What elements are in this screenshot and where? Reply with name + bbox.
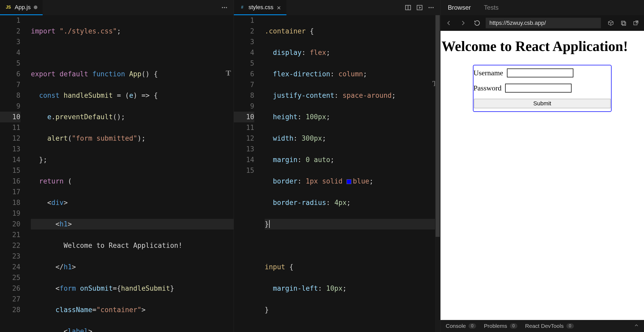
code-mid[interactable]: .container { display: flex; flex-directi… [265, 15, 440, 332]
preview-form: Username Password Submit [473, 65, 612, 112]
preview-pane: Browser Tests [440, 0, 644, 332]
console-tab-label: Console [446, 323, 466, 329]
tab-appjs[interactable]: JS App.js [0, 0, 43, 15]
svg-rect-5 [417, 5, 422, 10]
tabbar-mid-actions [404, 4, 440, 12]
unsaved-dot-icon [34, 5, 37, 9]
problems-badge: 0 [510, 323, 517, 329]
editor-pane-appjs: JS App.js 1234 5678 9101112 13141516 171… [0, 0, 234, 332]
devtools-badge: 0 [566, 323, 574, 329]
code-left[interactable]: import "./styles.css"; export default fu… [31, 15, 234, 332]
new-window-icon[interactable] [618, 18, 629, 28]
reload-icon[interactable] [471, 17, 483, 29]
open-preview-icon[interactable] [416, 4, 423, 12]
svg-rect-11 [622, 21, 625, 25]
editor-pane-css: # styles.css 1234 5678 [234, 0, 440, 332]
close-icon[interactable] [276, 5, 281, 10]
password-label-text: Password [473, 84, 501, 92]
js-file-icon: JS [5, 4, 12, 10]
scrollbar-thumb[interactable] [436, 15, 440, 237]
cursor-caret-icon [269, 220, 270, 228]
gutter-mid: 1234 5678 9101112 131415 [234, 15, 265, 332]
tab-browser[interactable]: Browser [448, 4, 471, 11]
address-bar-row [440, 15, 644, 31]
svg-point-2 [226, 7, 227, 8]
tab-stylescss[interactable]: # styles.css [234, 0, 286, 15]
editor-left[interactable]: 1234 5678 9101112 13141516 17181920 2122… [0, 15, 234, 332]
nav-back-icon[interactable] [443, 17, 455, 29]
minimap-glyph-icon: T [226, 67, 231, 78]
gutter-left: 1234 5678 9101112 13141516 17181920 2122… [0, 15, 31, 332]
console-bar: Console 0 Problems 0 React DevTools 0 [440, 320, 644, 332]
console-badge: 0 [468, 323, 476, 329]
submit-button[interactable]: Submit [474, 99, 611, 108]
more-actions-icon[interactable] [221, 4, 228, 12]
svg-point-1 [224, 7, 225, 8]
more-actions-icon[interactable] [427, 4, 435, 12]
right-tabs: Browser Tests [440, 0, 644, 15]
devtools-tab-label: React DevTools [525, 323, 564, 329]
password-input[interactable] [505, 84, 572, 93]
password-label: Password [473, 84, 611, 93]
tab-stylescss-label: styles.css [248, 4, 273, 11]
username-input[interactable] [507, 68, 573, 77]
tabbar-left: JS App.js [0, 0, 234, 15]
svg-point-8 [432, 7, 433, 8]
svg-point-6 [428, 7, 430, 8]
nav-forward-icon[interactable] [457, 17, 469, 29]
svg-rect-12 [622, 22, 626, 25]
username-label-text: Username [473, 69, 503, 77]
split-editor-icon[interactable] [404, 4, 412, 12]
problems-tab-label: Problems [484, 323, 507, 329]
svg-point-0 [222, 7, 223, 8]
tab-tests[interactable]: Tests [484, 4, 499, 11]
devtools-tab[interactable]: React DevTools 0 [525, 323, 574, 329]
svg-point-7 [431, 7, 432, 8]
codesandbox-icon[interactable] [605, 18, 616, 28]
editor-mid[interactable]: 1234 5678 9101112 131415 .container { di… [234, 15, 440, 332]
chevron-up-icon[interactable] [634, 323, 639, 329]
open-external-icon[interactable] [630, 18, 641, 28]
console-tab[interactable]: Console 0 [446, 323, 476, 329]
browser-preview[interactable]: Welcome to React Application! Username P… [440, 31, 644, 320]
address-input[interactable] [485, 18, 601, 28]
problems-tab[interactable]: Problems 0 [484, 323, 517, 329]
preview-heading: Welcome to React Application! [442, 38, 643, 54]
app-root: JS App.js 1234 5678 9101112 13141516 171… [0, 0, 644, 332]
tabbar-mid: # styles.css [234, 0, 440, 15]
color-swatch-icon [347, 179, 351, 184]
tab-appjs-label: App.js [15, 4, 31, 11]
tabbar-left-actions [221, 4, 234, 12]
css-file-icon: # [239, 4, 245, 10]
svg-line-14 [636, 21, 638, 23]
username-label: Username [473, 68, 611, 77]
address-actions [604, 18, 641, 28]
scrollbar-vertical[interactable] [435, 15, 440, 332]
